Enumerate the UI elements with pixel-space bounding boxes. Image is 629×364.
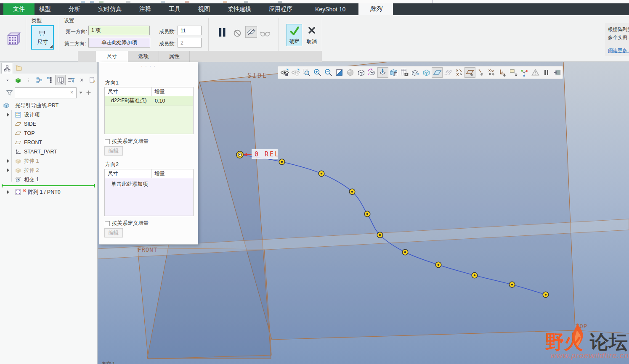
pattern-point-4[interactable] [349, 189, 355, 195]
qat-icon-8[interactable] [244, 1, 248, 3]
members2-input[interactable]: 2 [178, 38, 202, 47]
zoom-in-button[interactable] [312, 67, 323, 78]
dashboard-tab-尺寸[interactable]: 尺寸 [96, 51, 128, 62]
tree-filter-button[interactable] [66, 75, 76, 85]
dim-cell[interactable]: d22:F9(基准点) [105, 97, 151, 104]
pattern-point-9[interactable] [472, 272, 478, 278]
appearance-button[interactable] [345, 67, 356, 78]
qat-icon-4[interactable] [126, 1, 130, 3]
cancel-button[interactable]: 取消 [304, 24, 319, 46]
qat-icon-1[interactable] [81, 1, 85, 3]
expand-arrow-icon[interactable] [7, 190, 9, 194]
pattern-point-3[interactable] [318, 171, 324, 177]
plane-display-button[interactable] [432, 67, 443, 78]
collapse-all-button[interactable] [45, 75, 55, 85]
dir2-relation-checkbox[interactable]: 按关系定义增量 [105, 220, 149, 227]
pattern-point-11[interactable] [543, 292, 549, 298]
filter-caret-icon[interactable] [79, 92, 82, 94]
pattern-point-10[interactable] [509, 282, 515, 288]
zoom-region-button[interactable] [301, 67, 312, 78]
menu-tab-柔性建模[interactable]: 柔性建模 [221, 3, 257, 15]
dir1-edit-button[interactable]: 编辑 [104, 146, 123, 156]
pattern-tool-icon[interactable] [6, 30, 22, 46]
dir2-table[interactable]: 尺寸增量 单击此处添加项 [104, 169, 194, 216]
dialog-grip[interactable]: · · · · [99, 64, 198, 69]
qat-icon-2[interactable] [90, 1, 94, 3]
view-manager-button[interactable] [388, 67, 399, 78]
wireframe-box-button[interactable] [421, 67, 432, 78]
tree-item-SIDE[interactable]: SIDE [0, 119, 97, 129]
dir1-table[interactable]: 尺寸增量 d22:F9(基准点) 0.10 [104, 87, 194, 134]
dir2-edit-button[interactable]: 编辑 [104, 228, 123, 237]
pattern-point-6[interactable] [377, 232, 383, 238]
preview-toggle-button[interactable] [245, 26, 257, 38]
qat-icon-6[interactable] [185, 1, 189, 3]
preview-glasses-button[interactable] [260, 28, 271, 39]
menu-tab-实时仿真[interactable]: 实时仿真 [92, 3, 128, 15]
menu-tab-分析[interactable]: 分析 [62, 3, 87, 15]
repaint-button[interactable] [334, 67, 345, 78]
tree-filter-input[interactable] [15, 87, 77, 98]
qat-icon-9[interactable] [278, 1, 282, 3]
axis-tag-display-button[interactable] [454, 67, 464, 78]
dir2-input[interactable]: 单击此处添加项 [88, 38, 150, 47]
pattern-point-5[interactable] [364, 211, 370, 217]
tree-item-阵列 1 / PNT0[interactable]: ※阵列 1 / PNT0 [0, 187, 97, 197]
tree-item-光导引导曲线.PRT[interactable]: 光导引导曲线.PRT [0, 101, 97, 110]
tree-caret-button[interactable] [3, 75, 13, 85]
dir2-placeholder[interactable]: 单击此处添加项 [105, 178, 193, 188]
menu-tab-file[interactable]: 文件 [3, 3, 35, 15]
capture-table-button[interactable] [399, 67, 410, 78]
clear-icon[interactable]: × [70, 90, 73, 95]
pause-button[interactable] [541, 67, 552, 78]
view-visibility-button[interactable] [279, 67, 290, 78]
menu-tab-工具[interactable]: 工具 [162, 3, 187, 15]
tree-item-FRONT[interactable]: FRONT [0, 138, 97, 147]
pattern-point-2[interactable] [279, 159, 285, 165]
dimension-type-button[interactable]: 尺寸 [31, 25, 54, 50]
zoom-out-button[interactable] [323, 67, 334, 78]
members1-input[interactable]: 11 [178, 26, 202, 35]
pause-button[interactable] [216, 26, 228, 39]
display-style-button[interactable] [356, 67, 366, 78]
tree-item-START_PART[interactable]: START_PART [0, 147, 97, 156]
menu-tab-应用程序[interactable]: 应用程序 [263, 3, 299, 15]
saved-orientations-button[interactable] [366, 67, 377, 78]
menu-tab-阵列[interactable]: 阵列 [358, 3, 393, 15]
tree-item-设计项[interactable]: 设计项 [0, 110, 97, 119]
overflow-chevrons-button[interactable] [77, 75, 87, 85]
expand-arrow-icon[interactable] [7, 169, 9, 172]
csys-toggle-button[interactable] [497, 67, 508, 78]
section-button[interactable] [410, 67, 421, 78]
ok-button[interactable]: 确定 [287, 24, 302, 46]
menu-tab-注释[interactable]: 注释 [133, 3, 157, 15]
read-more-link[interactable]: 阅读更多... [608, 47, 629, 55]
inc-cell[interactable]: 0.10 [151, 98, 165, 104]
expand-arrow-icon[interactable] [7, 113, 9, 116]
tree-columns-button[interactable] [55, 75, 66, 85]
dashboard-tab-属性[interactable]: 属性 [159, 51, 190, 62]
pattern-point-1[interactable] [236, 151, 243, 158]
expand-arrow-icon[interactable] [7, 159, 9, 163]
plane-toggle-button[interactable] [464, 67, 475, 78]
pattern-point-7[interactable] [402, 249, 408, 255]
annotation-toggle-button[interactable] [508, 67, 519, 78]
expand-all-button[interactable] [34, 75, 44, 85]
insertion-locator[interactable] [0, 184, 97, 187]
dashboard-tab-选项[interactable]: 选项 [128, 51, 159, 62]
no-preview-button[interactable] [233, 29, 242, 38]
spin-center-button[interactable] [519, 67, 530, 78]
qat-icon-7[interactable] [223, 1, 227, 3]
tab-model-tree[interactable] [1, 63, 13, 74]
settings-doc-button[interactable] [87, 75, 97, 85]
qat-icon-5[interactable] [161, 1, 165, 3]
tab-layer-tree[interactable] [13, 63, 25, 74]
menu-tab-KeyShot 10[interactable]: KeyShot 10 [309, 3, 352, 15]
point-toggle-button[interactable] [486, 67, 497, 78]
view-normal-button[interactable] [377, 67, 388, 78]
qat-icon-3[interactable] [99, 1, 104, 3]
menu-tab-视图[interactable]: 视图 [192, 3, 216, 15]
menu-tab-模型[interactable]: 模型 [33, 3, 57, 15]
tree-item-相交 1[interactable]: 相交 1 [0, 175, 97, 184]
warning-button[interactable] [530, 67, 541, 78]
